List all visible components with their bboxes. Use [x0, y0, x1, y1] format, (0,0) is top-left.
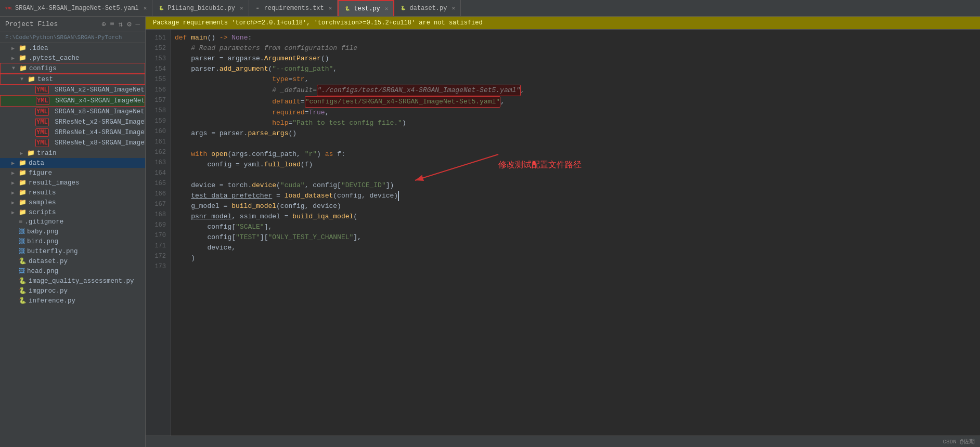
ln-152: 152 [146, 43, 170, 54]
tree-item-imgproc[interactable]: 🐍 imgproc.py [0, 286, 145, 296]
globe-icon[interactable]: ⊕ [101, 20, 106, 29]
code-line-151: def main() -> None: [171, 33, 980, 43]
py-icon-dataset: 🐍 [19, 257, 27, 265]
tab-txt1[interactable]: ≡ requirements.txt ✕ [249, 0, 338, 16]
tree-item-iqa[interactable]: 🐍 image_quality_assessment.py [0, 276, 145, 286]
folder-icon-data: 📁 [19, 159, 27, 167]
code-line-161 [171, 139, 980, 149]
yaml-icon-srr-x2: YML [35, 118, 49, 126]
code-line-173 [171, 264, 980, 274]
arrow-figure: ▶ [11, 170, 19, 176]
png-icon-bird: 🖼 [19, 238, 25, 245]
arrow-idea: ▶ [11, 45, 19, 51]
tree-label-scripts: scripts [29, 209, 56, 216]
code-editor[interactable]: 151 152 153 154 155 156 157 158 159 160 … [146, 30, 980, 436]
tree-item-samples[interactable]: ▶ 📁 samples [0, 198, 145, 207]
collapse-icon[interactable]: ≡ [110, 20, 114, 29]
ln-165: 165 [146, 178, 170, 189]
code-content[interactable]: def main() -> None: # Read parameters fr… [171, 30, 980, 436]
tree-item-baby[interactable]: 🖼 baby.png [0, 227, 145, 236]
settings-icon[interactable]: ⚙ [127, 20, 131, 29]
tree-label-srr-x8: SRResNet_x8-SRGAN_ImageNet-Set5.yaml [55, 139, 145, 147]
tab-py3-close[interactable]: ✕ [452, 5, 455, 11]
tree-item-scripts[interactable]: ▶ 📁 scripts [0, 207, 145, 217]
tree-item-bird[interactable]: 🖼 bird.png [0, 236, 145, 246]
tree-item-yaml-srr-x2[interactable]: YML SRResNet_x2-SRGAN_ImageNet-Set5.yaml [0, 117, 145, 127]
folder-icon-result-images: 📁 [19, 179, 27, 187]
tree-item-results[interactable]: ▶ 📁 results [0, 188, 145, 198]
fn-main: main [191, 33, 207, 43]
yaml-icon: YML [5, 5, 12, 12]
minimize-icon[interactable]: — [136, 20, 140, 29]
warning-text: Package requirements 'torch>=2.0.1+cu118… [153, 19, 483, 27]
tree-item-yaml-x4[interactable]: YML SRGAN_x4-SRGAN_ImageNet-Set5.yaml [0, 95, 145, 107]
folder-icon-configs: 📁 [19, 64, 27, 72]
tree-item-figure[interactable]: ▶ 📁 figure [0, 168, 145, 178]
tab-py3[interactable]: 🐍 dataset.py ✕ [394, 0, 461, 16]
editor-area: Package requirements 'torch>=2.0.1+cu118… [146, 17, 980, 447]
tree-label-gitignore: .gitignore [24, 218, 63, 226]
tree-item-gitignore[interactable]: ≡ .gitignore [0, 217, 145, 227]
code-line-157: default="configs/test/SRGAN_x4-SRGAN_Ima… [171, 96, 980, 108]
tree-item-head[interactable]: 🖼 head.png [0, 266, 145, 276]
ln-171: 171 [146, 241, 170, 251]
tree-item-train[interactable]: ▶ 📁 train [0, 148, 145, 158]
tab-txt1-close[interactable]: ✕ [329, 5, 332, 11]
ln-157: 157 [146, 95, 170, 106]
tree-label-samples: samples [29, 199, 56, 206]
sidebar-header: Project Files ⊕ ≡ ⇅ ⚙ — [0, 17, 145, 32]
tab-py2[interactable]: 🐍 test.py ✕ [338, 0, 394, 16]
tree-label-result-images: result_images [29, 179, 80, 187]
tree-item-result-images[interactable]: ▶ 📁 result_images [0, 178, 145, 188]
code-line-162: with open(args.config_path, "r") as f: [171, 149, 980, 160]
status-text: CSDN @佐期 [943, 438, 975, 445]
code-line-164 [171, 170, 980, 180]
tree-label-yaml-x8: SRGAN_x8-SRGAN_ImageNet-Set5.yaml [55, 108, 145, 115]
tree-label-yaml-x2: SRGAN_x2-SRGAN_ImageNet-Set5.yaml [55, 86, 145, 94]
highlighted-old-path: "./configs/test/SRGAN_x4-SRGAN_ImageNet-… [317, 85, 521, 96]
tree-label-imgproc: imgproc.py [29, 287, 68, 295]
tree-label-idea: .idea [29, 45, 48, 52]
folder-icon-scripts: 📁 [19, 208, 27, 216]
tree-item-yaml-x8[interactable]: YML SRGAN_x8-SRGAN_ImageNet-Set5.yaml [0, 107, 145, 117]
arrow-result-images: ▶ [11, 180, 19, 186]
tab-txt1-label: requirements.txt [264, 5, 324, 12]
tab-py1-close[interactable]: ✕ [240, 5, 243, 11]
tree-item-data[interactable]: ▶ 📁 data [0, 158, 145, 168]
yaml-icon-srr-x4: YML [35, 128, 49, 137]
tree-item-dataset[interactable]: 🐍 dataset.py [0, 256, 145, 266]
py-icon-1: 🐍 [158, 5, 165, 12]
code-line-166: test_data_prefetcher = load_dataset(conf… [171, 191, 980, 201]
tree-item-idea[interactable]: ▶ 📁 .idea [0, 43, 145, 53]
gitignore-icon: ≡ [19, 218, 22, 226]
arrow-results: ▶ [11, 190, 19, 196]
tree-item-yaml-x2[interactable]: YML SRGAN_x2-SRGAN_ImageNet-Set5.yaml [0, 85, 145, 95]
code-line-152: # Read parameters from configuration fil… [171, 43, 980, 54]
code-line-154: parser.add_argument("--config_path", [171, 64, 980, 74]
tab-yaml1-close[interactable]: ✕ [144, 5, 147, 11]
tab-py2-close[interactable]: ✕ [385, 5, 389, 12]
ln-163: 163 [146, 157, 170, 168]
code-line-167: g_model = build_model(config, device) [171, 201, 980, 212]
tree-item-pytest[interactable]: ▶ 📁 .pytest_cache [0, 53, 145, 63]
png-icon-baby: 🖼 [19, 228, 25, 235]
tab-yaml1[interactable]: YML SRGAN_x4-SRGAN_ImageNet-Set5.yaml ✕ [0, 0, 152, 16]
png-icon-head: 🖼 [19, 267, 25, 275]
tree-item-test[interactable]: ▼ 📁 test [0, 74, 145, 85]
tab-py1[interactable]: 🐍 PiLiang_bicubic.py ✕ [152, 0, 249, 16]
tree-item-configs[interactable]: ▼ 📁 configs [0, 63, 145, 74]
ln-172: 172 [146, 251, 170, 261]
line-numbers: 151 152 153 154 155 156 157 158 159 160 … [146, 30, 171, 436]
ln-173: 173 [146, 261, 170, 272]
tree-item-yaml-srr-x8[interactable]: YML SRResNet_x8-SRGAN_ImageNet-Set5.yaml [0, 138, 145, 148]
expand-icon[interactable]: ⇅ [119, 20, 123, 29]
yaml-icon-x2: YML [35, 86, 49, 94]
code-line-165: device = torch.device("cuda", config["DE… [171, 180, 980, 191]
tree-label-test: test [37, 76, 53, 83]
tree-item-butterfly[interactable]: 🖼 butterfly.png [0, 246, 145, 256]
yaml-icon-x4: YML [36, 97, 49, 105]
tree-item-inference[interactable]: 🐍 inference.py [0, 296, 145, 306]
code-line-163: config = yaml.full_load(f) [171, 160, 980, 170]
ln-154: 154 [146, 64, 170, 74]
tree-item-yaml-srr-x4[interactable]: YML SRResNet_x4-SRGAN_ImageNet-Set5.yaml [0, 127, 145, 138]
